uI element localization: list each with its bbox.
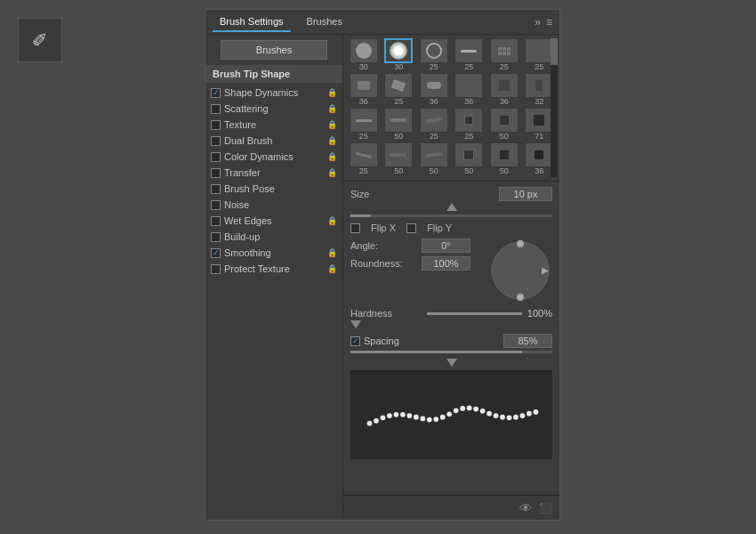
brush-cell[interactable]: 25 <box>347 142 381 175</box>
brush-preview[interactable] <box>350 142 378 167</box>
texture-checkbox[interactable] <box>211 120 221 130</box>
brush-preview[interactable] <box>525 73 553 98</box>
shape-dynamics-checkbox[interactable] <box>211 88 221 98</box>
brush-cell[interactable]: 50 <box>453 142 487 175</box>
expand-icon[interactable]: » <box>535 16 541 28</box>
brush-cell[interactable]: 30 <box>382 38 416 71</box>
brush-preview[interactable] <box>420 73 448 98</box>
angle-input[interactable] <box>422 239 470 253</box>
brush-cell[interactable]: 50 <box>417 142 451 175</box>
brush-cell[interactable]: 25 <box>347 108 381 141</box>
brush-preview[interactable] <box>490 38 519 63</box>
brush-preview[interactable] <box>454 73 483 98</box>
brush-cell[interactable]: 36 <box>417 73 451 106</box>
dual-brush-checkbox[interactable] <box>211 136 221 146</box>
brush-num: 36 <box>535 167 543 175</box>
brush-cell[interactable]: 25 <box>417 108 451 141</box>
menu-icon[interactable]: ≡ <box>546 16 552 28</box>
sidebar-item-texture[interactable]: Texture 🔒 <box>205 117 342 133</box>
create-new-icon[interactable]: ⬛ <box>539 502 552 514</box>
sidebar-item-dual-brush[interactable]: Dual Brush 🔒 <box>205 133 342 149</box>
visibility-icon[interactable]: 👁 <box>519 501 532 515</box>
brush-preview[interactable] <box>490 108 519 133</box>
brush-cell[interactable]: 50 <box>487 142 521 175</box>
brush-num: 36 <box>500 98 509 106</box>
angle-widget[interactable]: ▶ <box>488 239 552 303</box>
scattering-checkbox[interactable] <box>211 104 221 114</box>
brush-cell[interactable]: 25 <box>453 38 487 71</box>
brush-cell[interactable]: 36 <box>487 73 521 106</box>
build-up-checkbox[interactable] <box>211 232 221 242</box>
sidebar-item-noise[interactable]: Noise <box>205 197 342 213</box>
angle-widget-container: ▶ <box>488 239 552 303</box>
brush-cell[interactable]: 36 <box>347 73 381 106</box>
svg-point-27 <box>534 409 539 415</box>
brush-preview[interactable] <box>454 38 483 63</box>
brush-pose-checkbox[interactable] <box>211 184 221 194</box>
flip-y-checkbox[interactable] <box>406 223 416 233</box>
sidebar-item-smoothing[interactable]: Smoothing 🔒 <box>205 245 342 261</box>
brush-preview[interactable] <box>454 108 483 133</box>
flip-x-checkbox[interactable] <box>350 223 360 233</box>
transfer-checkbox[interactable] <box>211 168 221 178</box>
brush-preview[interactable] <box>350 108 378 133</box>
brush-cell[interactable]: 30 <box>347 38 381 71</box>
tab-brush-settings[interactable]: Brush Settings <box>213 12 291 32</box>
spacing-slider[interactable] <box>350 351 552 353</box>
svg-point-0 <box>492 242 549 299</box>
color-dynamics-checkbox[interactable] <box>211 152 221 162</box>
noise-checkbox[interactable] <box>211 200 221 210</box>
brush-preview[interactable] <box>384 142 413 167</box>
brush-preview[interactable] <box>420 38 448 63</box>
scattering-lock: 🔒 <box>327 104 337 113</box>
brush-cell[interactable]: 25 <box>417 38 451 71</box>
brush-cell[interactable]: 50 <box>382 142 416 175</box>
noise-label: Noise <box>224 199 249 210</box>
brush-preview[interactable] <box>420 108 448 133</box>
brush-cell[interactable]: 25 <box>453 108 487 141</box>
svg-point-18 <box>473 406 479 411</box>
brush-preview[interactable] <box>420 142 448 167</box>
brush-cell[interactable]: 36 <box>453 73 487 106</box>
brushes-button[interactable]: Brushes <box>221 40 327 60</box>
brush-preview[interactable] <box>350 73 378 98</box>
brush-preview-selected[interactable] <box>384 38 413 63</box>
brush-cell[interactable]: 25 <box>487 38 521 71</box>
brush-preview[interactable] <box>384 108 413 133</box>
sidebar-item-build-up[interactable]: Build-up <box>205 229 342 245</box>
spacing-checkbox[interactable] <box>350 336 360 346</box>
sidebar-item-transfer[interactable]: Transfer 🔒 <box>205 165 342 181</box>
sidebar-item-scattering[interactable]: Scattering 🔒 <box>205 101 342 117</box>
brush-preview[interactable] <box>525 38 553 63</box>
brush-preview[interactable] <box>525 142 553 167</box>
brush-cell[interactable]: 50 <box>382 108 416 141</box>
smoothing-checkbox[interactable] <box>211 248 221 258</box>
tool-icon-box[interactable]: ✏ <box>18 18 62 62</box>
brush-preview[interactable] <box>490 142 519 167</box>
grid-scrollbar[interactable] <box>551 38 558 177</box>
size-slider-arrow[interactable] <box>446 203 457 211</box>
wet-edges-checkbox[interactable] <box>211 216 221 226</box>
protect-texture-checkbox[interactable] <box>211 264 221 274</box>
sidebar-item-color-dynamics[interactable]: Color Dynamics 🔒 <box>205 149 342 165</box>
brush-preview[interactable] <box>384 73 413 98</box>
spacing-value[interactable]: 85% <box>503 334 552 348</box>
size-slider[interactable] <box>350 214 552 217</box>
sidebar-item-brush-pose[interactable]: Brush Pose <box>205 181 342 197</box>
brush-cell[interactable]: 25 <box>382 73 416 106</box>
roundness-input[interactable] <box>422 256 470 271</box>
brush-num: 50 <box>394 167 403 175</box>
brush-settings-panel: Brush Settings Brushes » ≡ Brushes Brush… <box>205 9 560 521</box>
brush-preview[interactable] <box>490 73 519 98</box>
brush-cell[interactable]: 50 <box>487 108 521 141</box>
brush-preview[interactable] <box>350 38 378 63</box>
brush-preview[interactable] <box>525 108 553 133</box>
tab-brushes[interactable]: Brushes <box>300 12 350 32</box>
grid-scroll-thumb[interactable] <box>551 38 558 65</box>
size-value[interactable]: 10 px <box>499 187 552 201</box>
brush-tip-shape-label[interactable]: Brush Tip Shape <box>205 65 342 83</box>
sidebar-item-wet-edges[interactable]: Wet Edges 🔒 <box>205 213 342 229</box>
sidebar-item-shape-dynamics[interactable]: Shape Dynamics 🔒 <box>205 85 342 101</box>
brush-preview[interactable] <box>454 142 483 167</box>
sidebar-item-protect-texture[interactable]: Protect Texture 🔒 <box>205 261 342 277</box>
